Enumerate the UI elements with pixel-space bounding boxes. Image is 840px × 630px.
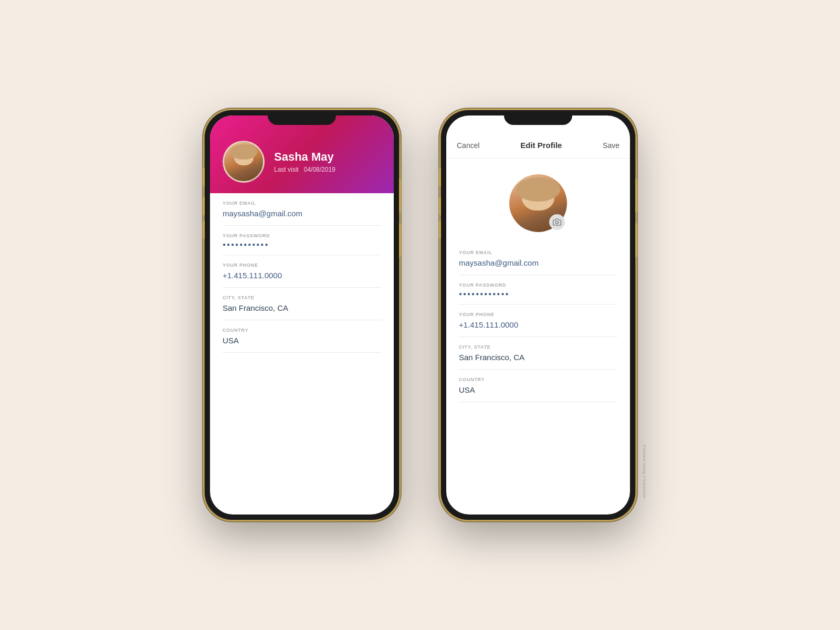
edit-field-password-label: YOUR PASSWORD: [459, 282, 617, 288]
edit-field-country-label: COUNTRY: [459, 377, 617, 382]
field-country-label: COUNTRY: [223, 328, 381, 333]
cancel-button[interactable]: Cancel: [457, 141, 480, 150]
avatar: [223, 141, 265, 183]
edit-field-phone-value[interactable]: +1.415.111.0000: [459, 320, 617, 329]
field-city-label: CITY, STATE: [223, 295, 381, 300]
edit-field-email: YOUR EMAIL maysasha@gmail.com: [459, 243, 617, 275]
field-password: YOUR PASSWORD ●●●●●●●●●●●: [223, 226, 381, 255]
field-country: COUNTRY USA: [223, 320, 381, 353]
field-password-value: ●●●●●●●●●●●: [223, 242, 381, 247]
edit-field-phone: YOUR PHONE +1.415.111.0000: [459, 304, 617, 337]
field-password-label: YOUR PASSWORD: [223, 233, 381, 238]
edit-field-phone-label: YOUR PHONE: [459, 312, 617, 317]
edit-field-password: YOUR PASSWORD ●●●●●●●●●●●●: [459, 275, 617, 304]
change-photo-button[interactable]: [549, 214, 565, 230]
avatar-image: [224, 142, 263, 181]
save-button[interactable]: Save: [603, 141, 620, 150]
edit-field-country: COUNTRY USA: [459, 370, 617, 402]
profile-name: Sasha May: [274, 150, 381, 164]
profile-last-visit: Last visit 04/08/2019: [274, 166, 381, 173]
edit-avatar-section: [446, 159, 630, 243]
field-city: CITY, STATE San Francisco, CA: [223, 288, 381, 320]
field-email: YOUR EMAIL maysasha@gmail.com: [223, 193, 381, 226]
profile-info: Sasha May Last visit 04/08/2019: [274, 150, 381, 173]
field-email-label: YOUR EMAIL: [223, 201, 381, 206]
phone-right-inner: Cancel Edit Profile Save: [446, 116, 630, 514]
edit-field-city-value[interactable]: San Francisco, CA: [459, 353, 617, 362]
watermark: Created Using Cleanmock: [642, 445, 647, 499]
edit-field-city: CITY, STATE San Francisco, CA: [459, 337, 617, 370]
field-phone-label: YOUR PHONE: [223, 262, 381, 268]
edit-avatar-wrap: [509, 174, 567, 232]
phone-left-inner: Sasha May Last visit 04/08/2019 YOUR EMA…: [210, 116, 394, 514]
field-phone: YOUR PHONE +1.415.111.0000: [223, 255, 381, 288]
edit-field-country-value[interactable]: USA: [459, 385, 617, 394]
edit-form: YOUR EMAIL maysasha@gmail.com YOUR PASSW…: [446, 243, 630, 514]
notch-left: [268, 110, 336, 125]
notch-right: [504, 110, 572, 125]
edit-field-email-value[interactable]: maysasha@gmail.com: [459, 258, 617, 267]
field-phone-value: +1.415.111.0000: [223, 271, 381, 280]
camera-icon: [553, 218, 561, 226]
edit-field-city-label: CITY, STATE: [459, 344, 617, 350]
profile-header: Sasha May Last visit 04/08/2019: [210, 116, 394, 193]
scene: Sasha May Last visit 04/08/2019 YOUR EMA…: [205, 110, 635, 520]
phone-left: Sasha May Last visit 04/08/2019 YOUR EMA…: [205, 110, 399, 520]
profile-form: YOUR EMAIL maysasha@gmail.com YOUR PASSW…: [210, 193, 394, 514]
svg-point-0: [555, 221, 558, 224]
field-country-value: USA: [223, 336, 381, 345]
edit-field-email-label: YOUR EMAIL: [459, 250, 617, 255]
edit-field-password-value[interactable]: ●●●●●●●●●●●●: [459, 291, 617, 297]
field-city-value: San Francisco, CA: [223, 303, 381, 312]
field-email-value: maysasha@gmail.com: [223, 209, 381, 218]
phone-right: Cancel Edit Profile Save: [441, 110, 635, 520]
edit-profile-title: Edit Profile: [520, 141, 562, 150]
